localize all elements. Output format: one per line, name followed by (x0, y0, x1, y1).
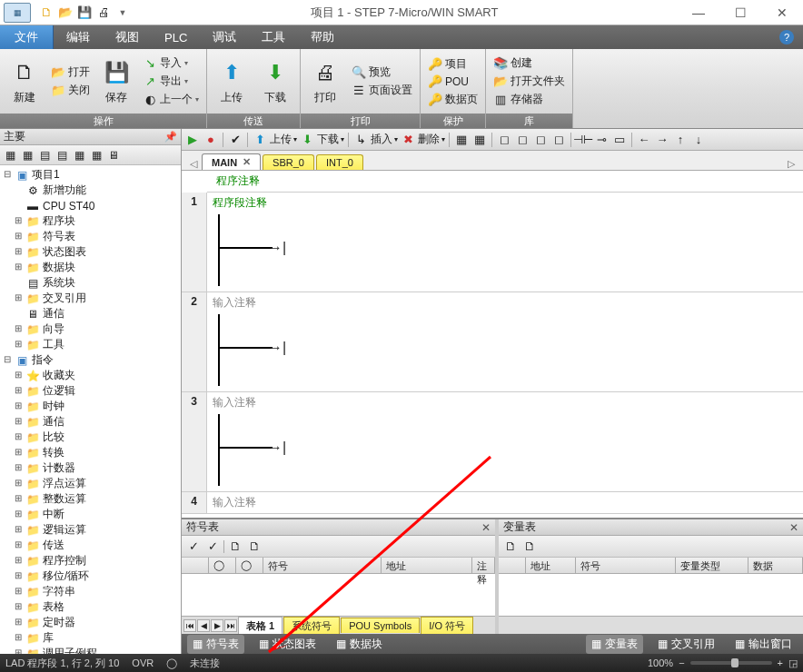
tb-icon[interactable]: 🖥 (106, 148, 121, 163)
tb-icon[interactable]: ⊸ (593, 132, 610, 148)
upload-button[interactable]: ⬆上传 (211, 55, 253, 107)
tree-interrupt[interactable]: 中断 (43, 507, 64, 522)
tb-icon[interactable]: ▤ (55, 148, 69, 163)
tb-icon[interactable]: ◻ (496, 132, 512, 148)
network-comment[interactable]: 输入注释 (207, 392, 803, 413)
zoom-slider[interactable] (690, 661, 772, 665)
close-button-rb[interactable]: 📁关闭 (47, 82, 94, 99)
create-button[interactable]: 📚创建 (490, 54, 569, 72)
tree-float[interactable]: 浮点运算 (43, 476, 86, 491)
compile-icon[interactable]: ✔ (227, 132, 243, 148)
tb-icon[interactable]: 🗋 (502, 539, 519, 555)
preview-button[interactable]: 🔍预览 (348, 64, 416, 81)
prev-button[interactable]: ◐上一个▾ (139, 91, 203, 108)
tab-table1[interactable]: 表格 1 (238, 617, 283, 635)
menu-view[interactable]: 视图 (103, 25, 152, 49)
maximize-button[interactable]: ☐ (719, 0, 761, 25)
tb-icon[interactable]: ✓ (204, 539, 221, 555)
tab-syssym[interactable]: 系统符号 (283, 617, 340, 635)
ladder-editor[interactable]: 程序注释 1 程序段注释 →| 2 输入注释 →| (182, 171, 803, 518)
network-1[interactable]: 1 程序段注释 →| (182, 193, 803, 292)
tb-icon[interactable]: ▦ (20, 148, 35, 163)
openfolder-button[interactable]: 📂打开文件夹 (490, 73, 569, 90)
tab-main[interactable]: MAIN✕ (202, 153, 261, 170)
tree-string[interactable]: 字符串 (43, 584, 75, 599)
zoom-in-icon[interactable]: + (778, 657, 783, 668)
tree-cpu[interactable]: CPU ST40 (43, 200, 94, 212)
tree-counter[interactable]: 计数器 (43, 460, 75, 476)
pou-button[interactable]: 🔑POU (424, 74, 481, 90)
tree-compare[interactable]: 比较 (43, 430, 64, 445)
tab-scroll-left[interactable]: ◁ (187, 158, 200, 170)
panel-close-icon[interactable]: ✕ (481, 521, 491, 534)
tree-project[interactable]: 项目1 (32, 167, 60, 183)
tb-icon[interactable]: 🗋 (246, 539, 263, 555)
tb-icon[interactable]: 🗋 (521, 539, 538, 555)
tree-xref[interactable]: 交叉引用 (43, 291, 86, 306)
network-comment[interactable]: 输入注释 (207, 492, 803, 513)
tab-close-icon[interactable]: ✕ (243, 156, 251, 168)
tree-symtable[interactable]: 符号表 (43, 229, 75, 244)
pin-icon[interactable]: 📌 (164, 131, 177, 143)
tb-icon[interactable]: → (654, 132, 670, 148)
tree-lib[interactable]: 库 (43, 630, 54, 646)
qat-new-icon[interactable]: 🗋 (38, 5, 55, 21)
tree-subr[interactable]: 调用子例程 (43, 646, 97, 654)
save-button[interactable]: 💾保存 (95, 55, 137, 107)
tree-convert[interactable]: 转换 (43, 445, 64, 460)
menu-debug[interactable]: 调试 (200, 25, 249, 49)
tree-int[interactable]: 整数运算 (43, 491, 86, 507)
tb-icon[interactable]: ⊣⊢ (575, 132, 591, 148)
bottab-out[interactable]: ▦输出窗口 (729, 635, 798, 654)
network-comment[interactable]: 程序段注释 (207, 193, 803, 213)
menu-help[interactable]: 帮助 (298, 25, 347, 49)
tree-tools[interactable]: 工具 (43, 337, 64, 352)
tree-fav[interactable]: 收藏夹 (43, 368, 75, 383)
bottab-status[interactable]: ▦状态图表 (253, 635, 322, 654)
storage-button[interactable]: ▥存储器 (490, 91, 569, 108)
network-4[interactable]: 4 输入注释 (182, 492, 803, 514)
tree-transfer[interactable]: 传送 (43, 538, 64, 553)
bottab-var[interactable]: ▦变量表 (586, 635, 643, 654)
tree-commI[interactable]: 通信 (43, 414, 64, 430)
network-3[interactable]: 3 输入注释 →| (182, 392, 803, 492)
network-2[interactable]: 2 输入注释 →| (182, 292, 803, 392)
tree-shift[interactable]: 移位/循环 (43, 568, 89, 584)
download-icon[interactable]: ⬇ (299, 132, 315, 148)
qat-dropdown-icon[interactable]: ▼ (114, 5, 131, 21)
tree-prgblock[interactable]: 程序块 (43, 213, 75, 229)
qat-print-icon[interactable]: 🖨 (95, 5, 112, 21)
tree-datablock[interactable]: 数据块 (43, 260, 75, 275)
menu-edit[interactable]: 编辑 (54, 25, 103, 49)
tree-newfeat[interactable]: 新增功能 (43, 183, 86, 198)
tree-wizard[interactable]: 向导 (43, 321, 64, 337)
menu-file[interactable]: 文件 (0, 25, 54, 49)
tb-icon[interactable]: ◻ (532, 132, 549, 148)
tb-icon[interactable]: ◻ (550, 132, 567, 148)
export-button[interactable]: ↗导出▾ (139, 73, 203, 90)
tree-instr[interactable]: 指令 (32, 352, 54, 368)
zoom-out-icon[interactable]: − (679, 657, 684, 668)
tree-bitlogic[interactable]: 位逻辑 (43, 383, 75, 399)
tb-icon[interactable]: ← (636, 132, 652, 148)
bottab-data[interactable]: ▦数据块 (331, 635, 388, 654)
menu-plc[interactable]: PLC (152, 25, 200, 49)
qat-open-icon[interactable]: 📂 (57, 5, 74, 21)
pagesetup-button[interactable]: ☰页面设置 (348, 82, 416, 99)
new-button[interactable]: 🗋新建 (4, 55, 45, 107)
tab-int[interactable]: INT_0 (316, 154, 363, 170)
variable-grid[interactable]: 地址 符号 变量类型 数据 (499, 558, 803, 616)
import-button[interactable]: ↘导入▾ (139, 54, 203, 72)
tb-icon[interactable]: ▦ (3, 148, 17, 163)
tb-icon[interactable]: ◻ (514, 132, 530, 148)
menu-tool[interactable]: 工具 (249, 25, 298, 49)
upload-icon[interactable]: ⬆ (252, 132, 268, 148)
close-button[interactable]: ✕ (761, 0, 803, 25)
print-button[interactable]: 🖨打印 (304, 55, 346, 107)
download-button[interactable]: ⬇下载 (254, 55, 296, 107)
tab-scroll-right[interactable]: ▷ (785, 158, 798, 170)
insert-icon[interactable]: ↳ (352, 132, 369, 148)
tb-icon[interactable]: ✓ (185, 539, 202, 555)
minimize-button[interactable]: — (678, 0, 719, 25)
tab-sbr[interactable]: SBR_0 (263, 154, 314, 170)
